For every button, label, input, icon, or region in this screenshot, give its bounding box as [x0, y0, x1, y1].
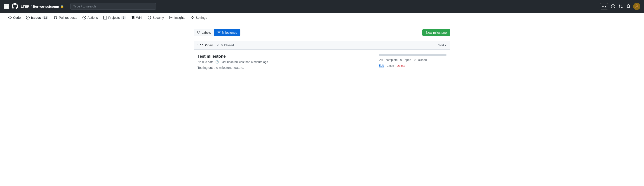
open-count-stat: 0 — [400, 58, 402, 62]
labels-milestones-toggle: Labels Milestones — [194, 29, 240, 36]
open-count: 1 — [202, 44, 204, 47]
filter-bar: 1 Open ✓ 0 Closed Sort ▾ — [194, 41, 450, 50]
pr-icon — [54, 16, 58, 20]
labels-toggle-button[interactable]: Labels — [194, 29, 214, 36]
notifications-icon-button[interactable] — [626, 4, 631, 9]
org-link[interactable]: LTER — [21, 5, 30, 8]
progress-stats: 0% complete 0 open 0 closed — [379, 58, 446, 62]
milestone-open-icon — [198, 43, 201, 47]
avatar[interactable] — [633, 3, 640, 10]
closed-label-stat: closed — [418, 58, 427, 62]
milestone-left: Test milestone No due date 🕐 Last update… — [198, 54, 373, 69]
milestone-actions: Edit Close Delete — [379, 64, 446, 67]
no-due-date: No due date — [198, 60, 214, 64]
pullrequest-icon-button[interactable] — [618, 4, 624, 9]
progress-label: complete — [386, 58, 398, 62]
delete-link[interactable]: Delete — [397, 64, 406, 67]
search-container — [70, 3, 594, 10]
settings-icon — [191, 16, 194, 20]
chevron-down-icon: ▾ — [605, 5, 606, 8]
open-filter[interactable]: 1 Open — [198, 43, 213, 47]
plus-label: + — [602, 5, 604, 8]
security-icon — [148, 16, 151, 20]
subnav-insights-label: Insights — [174, 16, 185, 20]
subnav-projects-label: Projects — [108, 16, 120, 20]
closed-count-stat: 0 — [414, 58, 416, 62]
search-input[interactable] — [70, 3, 156, 10]
subnav-item-pullrequests[interactable]: Pull requests — [51, 13, 80, 23]
closed-filter[interactable]: ✓ 0 Closed — [217, 44, 234, 47]
projects-icon — [103, 16, 107, 20]
github-logo[interactable] — [12, 3, 18, 10]
subnav-pr-label: Pull requests — [59, 16, 77, 20]
label-icon — [197, 31, 200, 34]
subnav-item-wiki[interactable]: Wiki — [128, 13, 145, 23]
milestone-icon — [218, 31, 220, 34]
milestone-description: Testing out the milestone feature. — [198, 66, 373, 69]
milestone-list: Test milestone No due date 🕐 Last update… — [194, 50, 450, 74]
subnav-item-issues[interactable]: Issues 12 — [23, 13, 51, 23]
milestone-meta: No due date 🕐 Last updated less than a m… — [198, 60, 373, 64]
subnav-security-label: Security — [152, 16, 164, 20]
filter-open-closed: 1 Open ✓ 0 Closed — [198, 43, 234, 47]
code-icon — [8, 16, 12, 20]
issues-icon — [26, 16, 30, 20]
check-icon: ✓ — [217, 44, 220, 47]
sort-label: Sort — [438, 44, 444, 47]
last-updated: Last updated less than a minute ago — [221, 60, 268, 64]
subnav-item-projects[interactable]: Projects 2 — [100, 13, 128, 23]
labels-toggle-label: Labels — [202, 31, 211, 34]
progress-bar-bg — [379, 54, 446, 56]
subnav: Code Issues 12 Pull requests Actions Pro… — [0, 13, 644, 23]
subnav-item-code[interactable]: Code — [6, 13, 23, 23]
milestones-toggle-label: Milestones — [222, 31, 237, 34]
subnav-code-label: Code — [13, 16, 20, 20]
projects-badge: 2 — [121, 16, 126, 20]
toggle-bar: Labels Milestones New milestone — [194, 29, 450, 36]
open-label-stat: open — [405, 58, 411, 62]
hamburger-button[interactable] — [4, 4, 9, 9]
subnav-settings-label: Settings — [196, 16, 207, 20]
sort-button[interactable]: Sort ▾ — [438, 44, 446, 47]
insights-icon — [170, 16, 173, 20]
issues-badge: 12 — [42, 16, 48, 20]
main-content: Labels Milestones New milestone 1 Open ✓… — [186, 23, 458, 80]
create-new-button[interactable]: + ▾ — [600, 3, 608, 10]
subnav-wiki-label: Wiki — [136, 16, 142, 20]
close-link[interactable]: Close — [386, 64, 394, 67]
open-label: Open — [205, 44, 213, 47]
chevron-down-sort-icon: ▾ — [445, 44, 446, 47]
breadcrumb-slash: / — [31, 5, 32, 8]
clock-icon: 🕐 — [215, 60, 219, 64]
progress-pct: 0% — [379, 58, 383, 62]
lock-icon: 🔒 — [60, 5, 64, 8]
closed-label: Closed — [224, 44, 234, 47]
subnav-item-actions[interactable]: Actions — [80, 13, 100, 23]
topnav-actions: + ▾ — [600, 3, 640, 10]
milestone-right: 0% complete 0 open 0 closed Edit Close D… — [379, 54, 446, 69]
subnav-actions-label: Actions — [88, 16, 98, 20]
wiki-icon — [131, 16, 135, 20]
repo-name[interactable]: lter-wg-scicomp — [33, 5, 59, 8]
milestones-toggle-button[interactable]: Milestones — [214, 29, 240, 36]
breadcrumb: LTER / lter-wg-scicomp 🔒 — [21, 5, 64, 8]
subnav-issues-label: Issues — [31, 16, 41, 20]
subnav-item-security[interactable]: Security — [145, 13, 167, 23]
milestone-title: Test milestone — [198, 54, 373, 59]
topnav: LTER / lter-wg-scicomp 🔒 + ▾ — [0, 0, 644, 13]
closed-count: 0 — [221, 44, 223, 47]
edit-link[interactable]: Edit — [379, 64, 384, 67]
issues-icon-button[interactable] — [610, 4, 616, 9]
subnav-item-settings[interactable]: Settings — [188, 13, 210, 23]
subnav-item-insights[interactable]: Insights — [167, 13, 188, 23]
new-milestone-button[interactable]: New milestone — [422, 29, 450, 36]
actions-icon — [82, 16, 86, 20]
table-row: Test milestone No due date 🕐 Last update… — [194, 50, 450, 74]
